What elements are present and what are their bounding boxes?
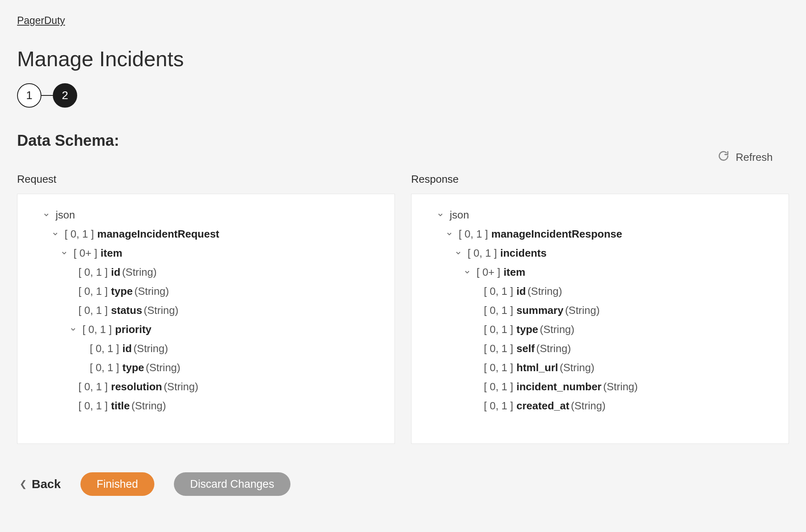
tree-node-label: html_url bbox=[516, 362, 558, 373]
tree-node-type: (String) bbox=[540, 324, 574, 335]
tree-row[interactable]: [ 0, 1 ] status (String) bbox=[78, 301, 381, 320]
tree-node-type: (String) bbox=[527, 286, 562, 296]
cardinality: [ 0, 1 ] bbox=[468, 248, 497, 258]
tree-row[interactable]: [ 0, 1 ] id (String) bbox=[484, 282, 775, 301]
step-connector bbox=[41, 95, 53, 96]
response-panel: json [ 0, 1 ] manageIncidentResponse [ 0… bbox=[411, 194, 789, 444]
tree-node-type: (String) bbox=[536, 343, 571, 354]
cardinality: [ 0, 1 ] bbox=[65, 229, 94, 239]
tree-row[interactable]: [ 0+ ] item bbox=[462, 263, 775, 282]
tree-row[interactable]: [ 0, 1 ] id (String) bbox=[78, 263, 381, 282]
wizard-stepper: 1 2 bbox=[17, 83, 789, 108]
tree-row[interactable]: [ 0, 1 ] created_at (String) bbox=[484, 396, 775, 415]
tree-row[interactable]: [ 0, 1 ] incident_number (String) bbox=[484, 377, 775, 396]
tree-node-type: (String) bbox=[144, 305, 178, 316]
cardinality: [ 0+ ] bbox=[477, 267, 500, 277]
chevron-down-icon bbox=[41, 210, 52, 220]
tree-row[interactable]: [ 0+ ] item bbox=[59, 244, 381, 263]
tree-row[interactable]: [ 0, 1 ] html_url (String) bbox=[484, 358, 775, 377]
tree-node-label: item bbox=[101, 248, 122, 258]
tree-row[interactable]: [ 0, 1 ] title (String) bbox=[78, 396, 381, 415]
cardinality: [ 0, 1 ] bbox=[484, 362, 513, 373]
chevron-down-icon bbox=[462, 267, 472, 277]
cardinality: [ 0, 1 ] bbox=[484, 286, 513, 296]
back-label: Back bbox=[32, 477, 61, 491]
tree-node-label: created_at bbox=[516, 400, 569, 411]
chevron-down-icon bbox=[453, 248, 464, 258]
step-2[interactable]: 2 bbox=[53, 83, 77, 108]
tree-node-label: self bbox=[516, 343, 535, 354]
tree-node-type: (String) bbox=[122, 267, 156, 277]
tree-row[interactable]: [ 0, 1 ] resolution (String) bbox=[78, 377, 381, 396]
tree-node-type: (String) bbox=[133, 343, 168, 354]
tree-row[interactable]: [ 0, 1 ] type (String) bbox=[78, 282, 381, 301]
tree-node-label: summary bbox=[516, 305, 563, 316]
tree-row[interactable]: [ 0, 1 ] priority bbox=[68, 320, 381, 339]
step-1[interactable]: 1 bbox=[17, 83, 41, 108]
page-title: Manage Incidents bbox=[17, 47, 789, 71]
tree-row[interactable]: [ 0, 1 ] self (String) bbox=[484, 339, 775, 358]
response-label: Response bbox=[411, 173, 789, 186]
back-button[interactable]: ❮ Back bbox=[20, 477, 61, 491]
tree-node-label: id bbox=[122, 343, 132, 354]
cardinality: [ 0, 1 ] bbox=[78, 267, 108, 277]
cardinality: [ 0+ ] bbox=[74, 248, 98, 258]
cardinality: [ 0, 1 ] bbox=[78, 400, 108, 411]
tree-node-label: json bbox=[56, 210, 75, 220]
tree-node-type: (String) bbox=[565, 305, 600, 316]
cardinality: [ 0, 1 ] bbox=[78, 381, 108, 392]
tree-node-type: (String) bbox=[560, 362, 594, 373]
refresh-icon bbox=[718, 150, 736, 164]
cardinality: [ 0, 1 ] bbox=[484, 381, 513, 392]
chevron-down-icon bbox=[435, 210, 446, 220]
tree-node-label: manageIncidentRequest bbox=[97, 229, 219, 239]
cardinality: [ 0, 1 ] bbox=[90, 362, 119, 373]
cardinality: [ 0, 1 ] bbox=[484, 324, 513, 335]
request-panel: json [ 0, 1 ] manageIncidentRequest [ 0+… bbox=[17, 194, 395, 444]
tree-node-label: status bbox=[111, 305, 142, 316]
section-title: Data Schema: bbox=[17, 132, 789, 149]
cardinality: [ 0, 1 ] bbox=[459, 229, 488, 239]
cardinality: [ 0, 1 ] bbox=[90, 343, 119, 354]
tree-node-type: (String) bbox=[571, 400, 605, 411]
chevron-down-icon bbox=[68, 324, 78, 335]
tree-node-label: json bbox=[450, 210, 469, 220]
tree-row[interactable]: [ 0, 1 ] summary (String) bbox=[484, 301, 775, 320]
tree-node-type: (String) bbox=[164, 381, 198, 392]
tree-row[interactable]: [ 0, 1 ] id (String) bbox=[90, 339, 381, 358]
refresh-label: Refresh bbox=[736, 151, 773, 164]
tree-node-type: (String) bbox=[146, 362, 180, 373]
tree-node-label: type bbox=[111, 286, 132, 296]
cardinality: [ 0, 1 ] bbox=[484, 305, 513, 316]
tree-node-label: item bbox=[504, 267, 525, 277]
discard-changes-button[interactable]: Discard Changes bbox=[174, 472, 290, 496]
tree-node-label: incident_number bbox=[516, 381, 601, 392]
cardinality: [ 0, 1 ] bbox=[82, 324, 112, 335]
tree-node-label: type bbox=[516, 324, 538, 335]
cardinality: [ 0, 1 ] bbox=[484, 400, 513, 411]
cardinality: [ 0, 1 ] bbox=[78, 286, 108, 296]
breadcrumb[interactable]: PagerDuty bbox=[17, 15, 65, 26]
tree-row[interactable]: json bbox=[435, 205, 775, 225]
finished-button[interactable]: Finished bbox=[80, 472, 154, 496]
tree-node-label: manageIncidentResponse bbox=[491, 229, 622, 239]
tree-node-label: priority bbox=[115, 324, 152, 335]
tree-node-label: resolution bbox=[111, 381, 162, 392]
cardinality: [ 0, 1 ] bbox=[78, 305, 108, 316]
tree-row[interactable]: [ 0, 1 ] manageIncidentResponse bbox=[444, 225, 775, 244]
refresh-button[interactable]: Refresh bbox=[718, 150, 773, 164]
chevron-left-icon: ❮ bbox=[20, 479, 27, 489]
chevron-down-icon bbox=[59, 248, 69, 258]
tree-node-type: (String) bbox=[132, 400, 166, 411]
tree-row[interactable]: json bbox=[41, 205, 381, 225]
tree-node-label: id bbox=[111, 267, 120, 277]
tree-row[interactable]: [ 0, 1 ] type (String) bbox=[90, 358, 381, 377]
tree-node-label: id bbox=[516, 286, 526, 296]
tree-row[interactable]: [ 0, 1 ] type (String) bbox=[484, 320, 775, 339]
request-label: Request bbox=[17, 173, 395, 186]
cardinality: [ 0, 1 ] bbox=[484, 343, 513, 354]
chevron-down-icon bbox=[444, 229, 455, 239]
tree-row[interactable]: [ 0, 1 ] incidents bbox=[453, 244, 775, 263]
tree-row[interactable]: [ 0, 1 ] manageIncidentRequest bbox=[50, 225, 381, 244]
tree-node-type: (String) bbox=[603, 381, 638, 392]
